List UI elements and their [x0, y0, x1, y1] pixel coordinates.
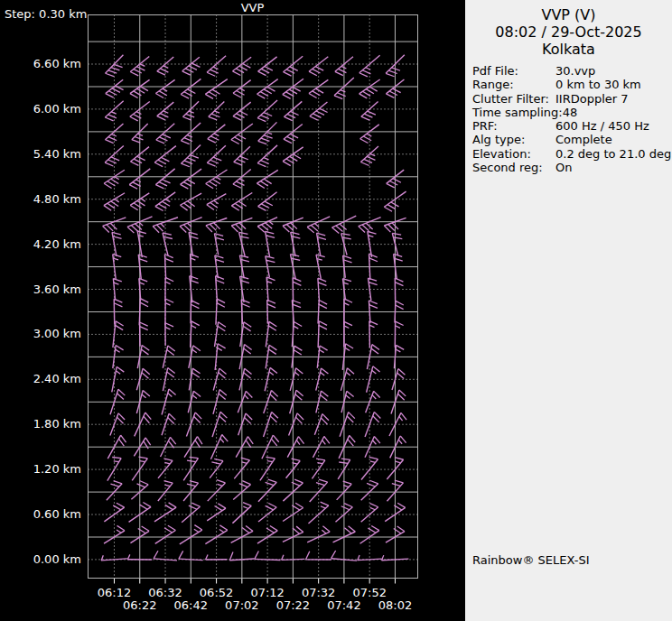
x-axis-label: 06:22: [123, 598, 156, 612]
parameter-row: PRF:600 Hz / 450 Hz: [472, 119, 672, 133]
parameter-value: IIRDoppler 7: [555, 92, 629, 106]
parameter-label: Time sampling:: [472, 106, 563, 119]
x-axis-label: 06:32: [148, 586, 182, 599]
height-axis: 6.60 km6.00 km5.40 km4.80 km4.20 km3.60 …: [0, 0, 81, 621]
parameter-value: 600 Hz / 450 Hz: [555, 119, 649, 133]
parameter-value: 30.vvp: [555, 64, 595, 78]
x-axis-label: 07:22: [276, 598, 310, 612]
y-axis-label: 6.00 km: [0, 102, 81, 116]
y-axis-label: 4.80 km: [0, 192, 81, 206]
parameter-label: Second reg:: [472, 161, 555, 174]
y-axis-label: 1.80 km: [0, 417, 81, 431]
parameter-label: PRF:: [472, 119, 555, 133]
x-axis-label: 07:52: [352, 586, 386, 599]
y-axis-label: 6.60 km: [0, 57, 81, 70]
y-axis-label: 5.40 km: [0, 147, 81, 161]
y-axis-label: 2.40 km: [0, 372, 81, 385]
parameter-row: Time sampling:48: [472, 106, 672, 119]
parameter-row: Pdf File:30.vvp: [472, 64, 672, 78]
wind-barbs-layer: [101, 55, 408, 561]
datetime-label: 08:02 / 29-Oct-2025: [465, 23, 672, 41]
y-axis-label: 1.20 km: [0, 462, 81, 476]
parameter-label: Clutter Filter:: [472, 92, 555, 106]
parameter-label: Elevation:: [472, 147, 555, 161]
parameter-row: Range:0 km to 30 km: [472, 78, 672, 91]
parameter-label: Range:: [472, 78, 555, 91]
parameter-list: Pdf File:30.vvpRange:0 km to 30 kmClutte…: [465, 64, 672, 174]
parameter-value: 0.2 deg to 21.0 deg: [555, 147, 671, 161]
product-title: VVP (V): [465, 6, 672, 23]
parameter-value: On: [555, 161, 572, 174]
y-axis-label: 0.60 km: [0, 507, 81, 521]
y-axis-label: 0.00 km: [0, 552, 81, 566]
branding-label: Rainbow® SELEX-SI: [472, 553, 590, 567]
site-name: Kolkata: [465, 41, 672, 58]
y-axis-label: 3.60 km: [0, 283, 81, 296]
x-axis-label: 07:02: [225, 598, 258, 612]
info-panel: VVP (V) 08:02 / 29-Oct-2025 Kolkata Pdf …: [465, 0, 672, 621]
x-axis-label: 08:02: [378, 598, 412, 612]
parameter-label: Pdf File:: [472, 64, 555, 78]
x-axis-label: 07:32: [302, 586, 335, 599]
parameter-value: Complete: [555, 133, 612, 146]
parameter-row: Second reg:On: [472, 161, 672, 174]
y-axis-label: 4.20 km: [0, 237, 81, 251]
parameter-row: Clutter Filter:IIRDoppler 7: [472, 92, 672, 106]
x-axis-label: 07:12: [250, 586, 284, 599]
parameter-row: Alg type:Complete: [472, 133, 672, 146]
x-axis-label: 07:42: [327, 598, 360, 612]
x-axis-label: 06:12: [98, 586, 131, 599]
y-axis-label: 3.00 km: [0, 327, 81, 340]
parameter-value: 0 km to 30 km: [555, 78, 641, 91]
parameter-value: 48: [563, 106, 578, 119]
x-axis-label: 06:52: [200, 586, 233, 599]
wind-profile-display: Step: 0.30 km VVP 6.60 km6.00 km5.40 km4…: [0, 0, 465, 621]
parameter-label: Alg type:: [472, 133, 555, 146]
x-axis-label: 06:42: [174, 598, 208, 612]
parameter-row: Elevation:0.2 deg to 21.0 deg: [472, 147, 672, 161]
